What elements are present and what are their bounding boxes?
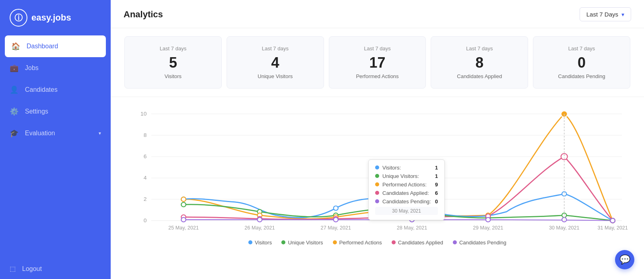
legend-item-performed-actions: Performed Actions (333, 240, 382, 246)
stat-period: Last 7 days (133, 45, 213, 52)
stat-number: 8 (439, 55, 520, 71)
home-icon: 🏠 (11, 42, 20, 51)
logo: ⓘ easy.jobs (0, 0, 111, 35)
chart-area: 10 8 6 4 2 0 25 May, 2021 26 May, 2021 2… (111, 97, 644, 279)
stat-number: 17 (337, 55, 418, 71)
sidebar-item-label: Settings (25, 108, 48, 115)
tooltip-label-visitors: Visitors: (382, 165, 432, 171)
page-title: Analytics (124, 9, 163, 20)
svg-text:25 May, 2021: 25 May, 2021 (168, 225, 199, 231)
chat-icon: 💬 (619, 254, 630, 265)
chat-button[interactable]: 💬 (615, 250, 634, 269)
tooltip-dot-candidates-applied (375, 191, 379, 195)
logout-icon: ⬚ (10, 265, 16, 273)
tooltip-dot-performed-actions (375, 182, 379, 186)
svg-point-49 (334, 217, 338, 222)
legend-label-candidates-pending: Candidates Pending (459, 240, 506, 246)
sidebar-item-label: Evaluation (25, 130, 55, 137)
svg-point-48 (257, 217, 262, 222)
main-header: Analytics Last 7 Days ▾ (111, 0, 644, 28)
tooltip-label-unique-visitors: Unique Visitors: (382, 173, 432, 179)
svg-text:31 May, 2021: 31 May, 2021 (597, 225, 628, 231)
legend-item-visitors: Visitors (248, 240, 272, 246)
stat-period: Last 7 days (337, 45, 418, 52)
svg-point-53 (610, 218, 615, 223)
sidebar: ⓘ easy.jobs 🏠 Dashboard 💼 Jobs 👤 Candida… (0, 0, 111, 279)
tooltip-label-candidates-applied: Candidates Applied: (382, 190, 432, 196)
tooltip-value-candidates-pending: 0 (435, 198, 438, 205)
svg-text:26 May, 2021: 26 May, 2021 (244, 225, 275, 231)
stat-label: Candidates Pending (541, 73, 622, 79)
date-filter-button[interactable]: Last 7 Days ▾ (580, 7, 631, 21)
tooltip-dot-visitors (375, 165, 379, 169)
tooltip-value-unique-visitors: 1 (435, 173, 438, 179)
sidebar-item-jobs[interactable]: 💼 Jobs (0, 57, 111, 79)
stat-card-unique-visitors: Last 7 days 4 Unique Visitors (227, 36, 324, 89)
legend-item-candidates-applied: Candidates Applied (392, 240, 443, 246)
tooltip-row-candidates-pending: Candidates Pending: 0 (375, 198, 438, 205)
legend-label-performed-actions: Performed Actions (339, 240, 382, 246)
tooltip-value-visitors: 1 (435, 165, 438, 171)
svg-point-21 (334, 206, 338, 210)
logo-icon: ⓘ (10, 9, 27, 27)
chevron-down-icon: ▾ (99, 130, 101, 136)
legend-dot-unique-visitors (281, 240, 285, 244)
stat-card-candidates-applied: Last 7 days 8 Candidates Applied (431, 36, 528, 89)
legend-dot-candidates-pending (453, 240, 457, 244)
legend-label-candidates-applied: Candidates Applied (398, 240, 443, 246)
legend-item-candidates-pending: Candidates Pending (453, 240, 506, 246)
chart-tooltip: Visitors: 1 Unique Visitors: 1 Performed… (368, 159, 445, 220)
svg-point-26 (181, 202, 186, 207)
svg-point-33 (181, 197, 186, 201)
svg-text:27 May, 2021: 27 May, 2021 (321, 225, 351, 231)
chart-legend: Visitors Unique Visitors Performed Actio… (124, 240, 631, 246)
sidebar-item-settings[interactable]: ⚙️ Settings (0, 101, 111, 122)
logout-label: Logout (22, 265, 42, 273)
sidebar-item-candidates[interactable]: 👤 Candidates (0, 79, 111, 101)
sidebar-item-label: Jobs (25, 64, 39, 72)
stat-number: 0 (541, 55, 622, 71)
tooltip-label-candidates-pending: Candidates Pending: (382, 198, 432, 205)
graduation-icon: 🎓 (10, 129, 19, 138)
stat-number: 4 (235, 55, 316, 71)
date-filter-label: Last 7 Days (586, 11, 618, 18)
sidebar-nav: 🏠 Dashboard 💼 Jobs 👤 Candidates ⚙️ Setti… (0, 35, 111, 258)
stats-row: Last 7 days 5 Visitors Last 7 days 4 Uni… (111, 28, 644, 97)
stat-period: Last 7 days (541, 45, 622, 52)
legend-dot-performed-actions (333, 240, 337, 244)
svg-text:29 May, 2021: 29 May, 2021 (473, 225, 504, 231)
tooltip-value-performed-actions: 9 (435, 182, 438, 188)
tooltip-dot-candidates-pending (375, 199, 379, 203)
legend-label-visitors: Visitors (255, 240, 272, 246)
svg-text:4: 4 (144, 175, 147, 181)
legend-item-unique-visitors: Unique Visitors (281, 240, 323, 246)
svg-point-47 (181, 217, 186, 222)
legend-label-unique-visitors: Unique Visitors (288, 240, 323, 246)
feedback-tab-container: Feedback (604, 140, 644, 154)
stat-label: Performed Actions (337, 73, 418, 79)
sidebar-item-evaluation[interactable]: 🎓 Evaluation ▾ (0, 122, 111, 144)
tooltip-date: 30 May, 2021 (375, 207, 438, 215)
stat-card-performed-actions: Last 7 days 17 Performed Actions (329, 36, 426, 89)
sidebar-item-label: Candidates (25, 86, 58, 93)
sidebar-item-label: Dashboard (27, 43, 58, 50)
stat-label: Unique Visitors (235, 73, 316, 79)
legend-dot-candidates-applied (392, 240, 396, 244)
briefcase-icon: 💼 (10, 64, 19, 72)
legend-dot-visitors (248, 240, 252, 244)
tooltip-row-visitors: Visitors: 1 (375, 165, 438, 171)
stat-number: 5 (133, 55, 213, 71)
tooltip-row-candidates-applied: Candidates Applied: 6 (375, 190, 438, 196)
svg-text:2: 2 (144, 196, 147, 202)
tooltip-dot-unique-visitors (375, 174, 379, 178)
svg-text:6: 6 (144, 153, 147, 159)
tooltip-row-unique-visitors: Unique Visitors: 1 (375, 173, 438, 179)
sidebar-item-dashboard[interactable]: 🏠 Dashboard (5, 35, 106, 57)
stat-label: Visitors (133, 73, 213, 79)
stat-card-candidates-pending: Last 7 days 0 Candidates Pending (533, 36, 630, 89)
svg-text:8: 8 (144, 132, 147, 138)
person-icon: 👤 (10, 85, 19, 94)
gear-icon: ⚙️ (10, 107, 19, 116)
sidebar-logout[interactable]: ⬚ Logout (0, 258, 111, 279)
svg-text:28 May, 2021: 28 May, 2021 (397, 225, 427, 231)
